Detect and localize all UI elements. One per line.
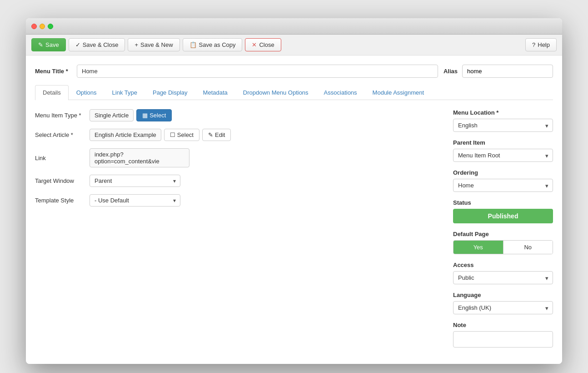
menu-item-type-group: Single Article ▦ Select <box>90 109 172 121</box>
tab-link-type[interactable]: Link Type <box>105 85 145 100</box>
status-label: Status <box>453 199 553 206</box>
target-window-dropdown-wrapper: Parent <box>90 175 180 187</box>
right-panel: Menu Location * English Parent Item Me <box>453 109 553 355</box>
main-content: Menu Item Type * Single Article ▦ Select… <box>35 109 553 355</box>
link-row: Link index.php?option=com_content&vie <box>35 148 444 167</box>
select-article-btn-label: Select <box>177 131 194 138</box>
default-page-label: Default Page <box>453 231 553 237</box>
note-label: Note <box>453 322 553 328</box>
alias-label: Alias <box>443 68 458 75</box>
tabs: Details Options Link Type Page Display M… <box>35 85 553 100</box>
menu-title-label: Menu Title * <box>35 68 71 75</box>
alias-group: Alias <box>443 65 553 78</box>
access-section: Access Public <box>453 262 553 284</box>
menu-title-input[interactable] <box>77 65 438 78</box>
save-label: Save <box>45 41 59 48</box>
check-icon: ✓ <box>75 41 80 48</box>
plus-icon: + <box>135 41 138 48</box>
parent-item-select[interactable]: Menu Item Root <box>453 149 553 162</box>
save-close-button[interactable]: ✓ Save & Close <box>69 38 125 51</box>
edit-btn-label: Edit <box>215 131 225 138</box>
close-button[interactable]: ✕ Close <box>245 38 281 51</box>
ordering-dropdown-wrapper: Home <box>453 179 553 192</box>
main-window: ✎ Save ✓ Save & Close + Save & New 📋 Sav… <box>26 18 562 364</box>
tab-module-assignment[interactable]: Module Assignment <box>365 85 432 100</box>
default-page-no-button[interactable]: No <box>503 241 553 254</box>
menu-item-type-value: Single Article <box>90 109 134 121</box>
menu-item-type-row: Menu Item Type * Single Article ▦ Select <box>35 109 444 121</box>
note-input[interactable] <box>453 331 553 348</box>
menu-item-type-label: Menu Item Type * <box>35 112 85 119</box>
minimize-window-button[interactable] <box>40 24 45 29</box>
tab-page-display[interactable]: Page Display <box>145 85 195 100</box>
target-window-row: Target Window Parent <box>35 175 444 187</box>
file-icon: ☐ <box>170 131 175 138</box>
save-copy-label: Save as Copy <box>199 41 236 48</box>
left-panel: Menu Item Type * Single Article ▦ Select… <box>35 109 444 355</box>
traffic-lights <box>31 24 53 29</box>
toolbar-help: ? Help <box>525 38 557 51</box>
language-dropdown-wrapper: English (UK) <box>453 301 553 314</box>
close-window-button[interactable] <box>31 24 37 29</box>
parent-item-dropdown-wrapper: Menu Item Root <box>453 149 553 162</box>
pencil-icon: ✎ <box>208 131 213 138</box>
link-label: Link <box>35 155 85 161</box>
save-icon: ✎ <box>38 41 43 48</box>
copy-icon: 📋 <box>189 41 197 48</box>
template-style-label: Template Style <box>35 197 85 204</box>
help-button[interactable]: ? Help <box>525 38 557 51</box>
help-label: Help <box>538 41 550 48</box>
parent-item-label: Parent Item <box>453 139 553 146</box>
toolbar-actions: ✎ Save ✓ Save & Close + Save & New 📋 Sav… <box>31 38 281 51</box>
ordering-label: Ordering <box>453 169 553 176</box>
grid-icon: ▦ <box>142 112 148 119</box>
note-section: Note <box>453 322 553 348</box>
toolbar: ✎ Save ✓ Save & Close + Save & New 📋 Sav… <box>26 35 562 55</box>
edit-article-button[interactable]: ✎ Edit <box>202 129 231 141</box>
parent-item-section: Parent Item Menu Item Root <box>453 139 553 162</box>
article-value: English Article Example <box>90 129 161 141</box>
link-value: index.php?option=com_content&vie <box>90 148 189 167</box>
access-dropdown-wrapper: Public <box>453 271 553 284</box>
tab-dropdown-menu-options[interactable]: Dropdown Menu Options <box>235 85 316 100</box>
menu-location-select[interactable]: English <box>453 119 553 132</box>
target-window-select[interactable]: Parent <box>90 175 180 187</box>
tab-associations[interactable]: Associations <box>316 85 365 100</box>
close-label: Close <box>259 41 274 48</box>
status-section: Status Published <box>453 199 553 223</box>
select-article-row: Select Article * English Article Example… <box>35 129 444 141</box>
help-icon: ? <box>532 41 535 48</box>
target-window-label: Target Window <box>35 177 85 184</box>
save-button[interactable]: ✎ Save <box>31 38 66 51</box>
select-article-button[interactable]: ☐ Select <box>164 129 199 141</box>
status-published-button[interactable]: Published <box>453 209 553 223</box>
default-page-group: Yes No <box>453 240 553 254</box>
save-close-label: Save & Close <box>83 41 119 48</box>
save-new-button[interactable]: + Save & New <box>128 38 179 51</box>
ordering-select[interactable]: Home <box>453 179 553 192</box>
save-new-label: Save & New <box>140 41 173 48</box>
menu-location-label: Menu Location * <box>453 109 553 116</box>
tab-options[interactable]: Options <box>69 85 105 100</box>
template-style-select[interactable]: - Use Default <box>90 194 180 207</box>
maximize-window-button[interactable] <box>48 24 53 29</box>
save-copy-button[interactable]: 📋 Save as Copy <box>183 38 243 51</box>
access-label: Access <box>453 262 553 268</box>
menu-location-dropdown-wrapper: English <box>453 119 553 132</box>
menu-location-section: Menu Location * English <box>453 109 553 132</box>
menu-item-type-select-button[interactable]: ▦ Select <box>136 109 172 121</box>
ordering-section: Ordering Home <box>453 169 553 192</box>
select-article-group: English Article Example ☐ Select ✎ Edit <box>90 129 231 141</box>
template-style-row: Template Style - Use Default <box>35 194 444 207</box>
content-area: Menu Title * Alias Details Options Link … <box>26 55 562 364</box>
close-icon: ✕ <box>252 41 257 48</box>
tab-metadata[interactable]: Metadata <box>195 85 235 100</box>
select-article-label: Select Article * <box>35 131 85 138</box>
access-select[interactable]: Public <box>453 271 553 284</box>
language-select[interactable]: English (UK) <box>453 301 553 314</box>
alias-input[interactable] <box>462 65 553 78</box>
tab-details[interactable]: Details <box>35 85 69 100</box>
select-label: Select <box>149 112 166 119</box>
language-label: Language <box>453 292 553 298</box>
default-page-yes-button[interactable]: Yes <box>453 241 503 254</box>
